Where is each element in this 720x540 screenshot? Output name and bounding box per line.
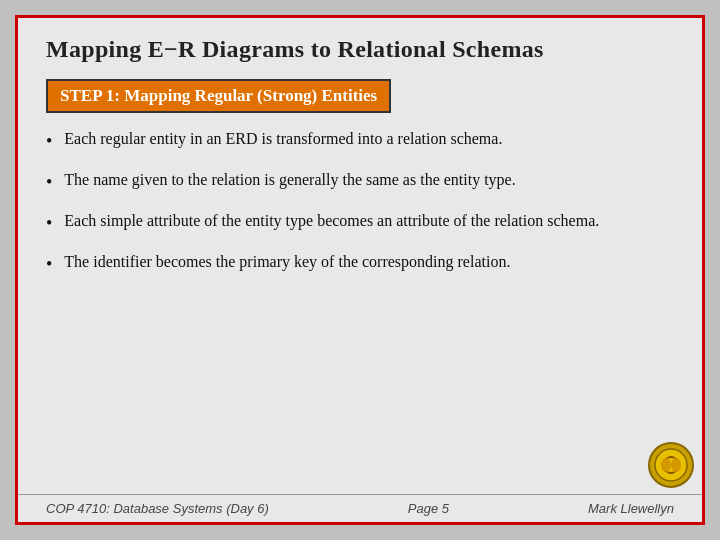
bullet-dot-4: •	[46, 251, 52, 277]
bullet-text-3: Each simple attribute of the entity type…	[64, 209, 674, 232]
slide-footer: COP 4710: Database Systems (Day 6) Page …	[18, 494, 702, 522]
footer-center: Page 5	[408, 501, 449, 516]
slide-content: Mapping E−R Diagrams to Relational Schem…	[18, 18, 702, 494]
bullet-text-2: The name given to the relation is genera…	[64, 168, 674, 191]
bullet-item-2: • The name given to the relation is gene…	[46, 168, 674, 195]
logo-icon	[648, 442, 694, 488]
svg-point-2	[661, 458, 671, 472]
svg-point-3	[671, 458, 681, 472]
footer-left: COP 4710: Database Systems (Day 6)	[46, 501, 269, 516]
bullet-dot-1: •	[46, 128, 52, 154]
bullet-item-3: • Each simple attribute of the entity ty…	[46, 209, 674, 236]
bullet-dot-2: •	[46, 169, 52, 195]
bullet-text-4: The identifier becomes the primary key o…	[64, 250, 674, 273]
step-banner: STEP 1: Mapping Regular (Strong) Entitie…	[46, 79, 391, 113]
slide-container: Mapping E−R Diagrams to Relational Schem…	[15, 15, 705, 525]
bullet-dot-3: •	[46, 210, 52, 236]
bullet-list: • Each regular entity in an ERD is trans…	[46, 127, 674, 484]
slide-title: Mapping E−R Diagrams to Relational Schem…	[46, 36, 674, 63]
bullet-item-4: • The identifier becomes the primary key…	[46, 250, 674, 277]
bullet-item-1: • Each regular entity in an ERD is trans…	[46, 127, 674, 154]
bullet-text-1: Each regular entity in an ERD is transfo…	[64, 127, 674, 150]
footer-right: Mark Llewellyn	[588, 501, 674, 516]
